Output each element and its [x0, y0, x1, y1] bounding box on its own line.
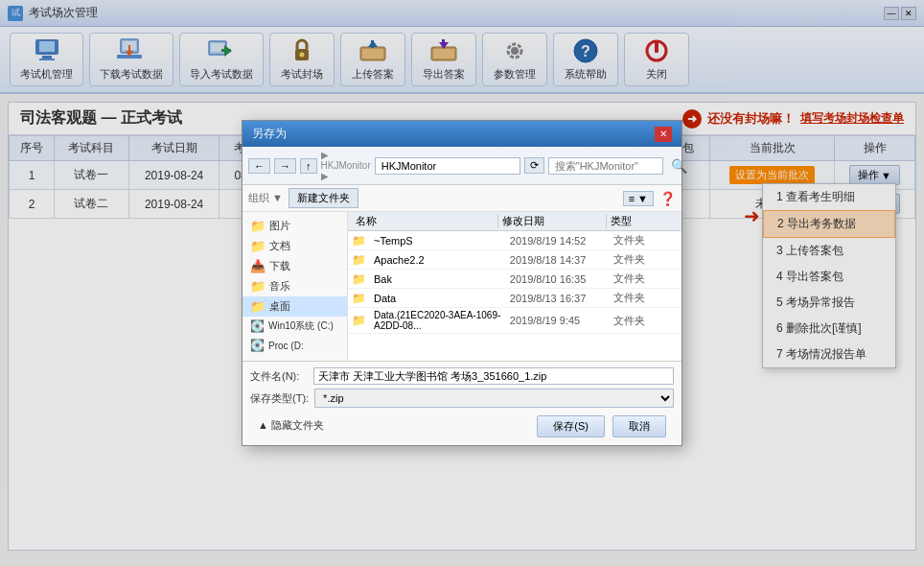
- dialog-path-input[interactable]: [375, 157, 520, 175]
- dialog-title-bar: 另存为 ✕: [243, 121, 681, 147]
- dialog-refresh-button[interactable]: ⟳: [524, 157, 544, 174]
- save-button[interactable]: 保存(S): [537, 415, 605, 437]
- file-row[interactable]: 📁 Apache2.2 2019/8/18 14:37 文件夹: [348, 250, 681, 270]
- folder-file-icon: 📁: [352, 272, 366, 286]
- sidebar-documents[interactable]: 📁 文档: [243, 236, 347, 256]
- sidebar-downloads[interactable]: 📥 下载: [243, 256, 347, 276]
- col-type-header: 类型: [607, 214, 681, 228]
- col-name-header: 名称: [348, 214, 498, 228]
- path-prefix: ▶ HKJMonitor ▶: [321, 150, 371, 181]
- organize-label: 组织 ▼: [248, 191, 283, 205]
- filename-input[interactable]: [313, 367, 674, 385]
- file-row[interactable]: 📁 Data.(21EC2020-3AEA-1069-A2DD-08... 20…: [348, 308, 681, 334]
- col-headers: 名称 修改日期 类型: [348, 212, 681, 231]
- dialog-title: 另存为: [252, 126, 287, 142]
- file-row[interactable]: 📁 Bak 2019/8/10 16:35 文件夹: [348, 270, 681, 289]
- dialog-body: 📁 图片 📁 文档 📥 下载 📁 音乐 📁 桌面: [243, 212, 681, 361]
- drive-icon: 💽: [250, 339, 265, 352]
- dialog-forward-button[interactable]: →: [274, 158, 296, 174]
- dialog-action-buttons: 保存(S) 取消: [529, 412, 674, 439]
- dialog-close-button[interactable]: ✕: [655, 127, 672, 142]
- hide-files-toggle[interactable]: ▲ 隐藏文件夹: [250, 416, 332, 435]
- sidebar-drive-c[interactable]: 💽 Win10系统 (C:): [243, 317, 347, 336]
- folder-icon: 📥: [250, 259, 266, 273]
- sidebar-desktop[interactable]: 📁 桌面: [243, 296, 347, 317]
- dialog-toolbar: ← → ↑ ▶ HKJMonitor ▶ ⟳ 🔍: [243, 147, 681, 185]
- dialog-back-button[interactable]: ←: [248, 158, 270, 174]
- folder-icon: 📁: [250, 299, 266, 314]
- file-dialog: 另存为 ✕ ← → ↑ ▶ HKJMonitor ▶ ⟳ 🔍 组织 ▼ 新建文件…: [242, 120, 682, 446]
- sidebar-drive-d[interactable]: 💽 Proc (D:: [243, 336, 347, 355]
- file-row[interactable]: 📁 ~TempS 2019/8/19 14:52 文件夹: [348, 231, 681, 250]
- cancel-button[interactable]: 取消: [612, 415, 666, 437]
- search-icon: 🔍: [671, 158, 687, 174]
- view-button[interactable]: ≡ ▼: [623, 191, 654, 206]
- filetype-select[interactable]: *.zip: [314, 389, 674, 408]
- files-list: 📁 ~TempS 2019/8/19 14:52 文件夹 📁 Apache2.2…: [348, 231, 681, 361]
- dialog-search-input[interactable]: [548, 157, 663, 175]
- col-date-header: 修改日期: [498, 214, 608, 228]
- sidebar-pictures[interactable]: 📁 图片: [243, 216, 347, 236]
- folder-icon: 📁: [250, 279, 266, 294]
- sidebar-music[interactable]: 📁 音乐: [243, 276, 347, 296]
- folder-file-icon: 📁: [352, 253, 366, 267]
- drive-icon: 💽: [250, 319, 265, 333]
- folder-icon: 📁: [250, 219, 266, 233]
- dialog-up-button[interactable]: ↑: [300, 158, 317, 174]
- dialog-sidebar: 📁 图片 📁 文档 📥 下载 📁 音乐 📁 桌面: [243, 212, 348, 361]
- folder-file-icon: 📁: [352, 234, 366, 248]
- file-row[interactable]: 📁 Data 2019/8/13 16:37 文件夹: [348, 289, 681, 308]
- filename-label: 文件名(N):: [250, 369, 308, 384]
- dialog-file-list: 名称 修改日期 类型 📁 ~TempS 2019/8/19 14:52 文件夹 …: [348, 212, 681, 361]
- dialog-footer: 文件名(N): 保存类型(T): *.zip ▲ 隐藏文件夹 保存(S) 取消: [243, 361, 681, 445]
- dialog-overlay: 另存为 ✕ ← → ↑ ▶ HKJMonitor ▶ ⟳ 🔍 组织 ▼ 新建文件…: [0, 0, 924, 566]
- filetype-label: 保存类型(T):: [250, 391, 309, 406]
- folder-icon: 📁: [250, 239, 266, 253]
- folder-file-icon: 📁: [352, 314, 366, 327]
- help-circle-icon[interactable]: ❓: [659, 191, 676, 206]
- new-folder-button[interactable]: 新建文件夹: [289, 188, 358, 208]
- folder-file-icon: 📁: [352, 292, 366, 305]
